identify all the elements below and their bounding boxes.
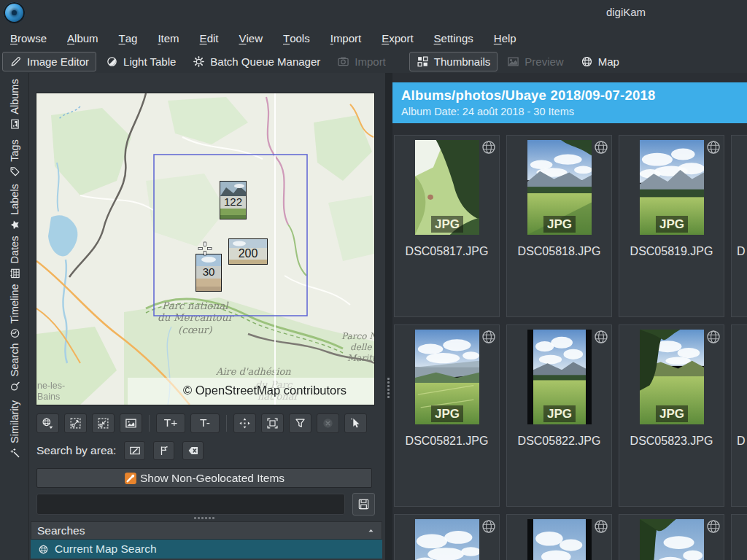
format-badge: JPG: [543, 405, 576, 422]
globe-icon: [38, 544, 49, 555]
photo-thumbnail[interactable]: [640, 519, 704, 560]
thumbnail-cell-dsc05817.jpg[interactable]: JPGDSC05817.JPG: [394, 135, 500, 317]
map-marker-30[interactable]: 30: [196, 254, 222, 292]
star-icon: [9, 219, 20, 230]
select-region-button[interactable]: [153, 441, 174, 460]
thumbnail-cell-dsc05822.jpg[interactable]: JPGDSC05822.JPG: [506, 324, 612, 507]
photo-thumbnail[interactable]: [527, 519, 592, 560]
show-non-geolocated-button[interactable]: Show Non-Geolocated Items: [36, 468, 372, 488]
thumbnail-grid: JPGDSC05817.JPGJPGDSC05818.JPGJPGDSC0581…: [392, 123, 747, 560]
thumbnail-cell[interactable]: [394, 514, 500, 560]
save-icon: [357, 498, 370, 510]
sidebar-tab-search[interactable]: Search: [0, 341, 29, 394]
sidebar-tab-label: Search: [9, 343, 20, 377]
filter-button[interactable]: [289, 413, 311, 433]
thumbnail-cell-dsc05823.jpg[interactable]: JPGDSC05823.JPG: [619, 324, 724, 507]
similarity-icon: [9, 448, 20, 459]
zoom-out-region-button[interactable]: [64, 413, 87, 433]
filename-label: D: [732, 245, 747, 258]
toolbar-thumbnails-button[interactable]: Thumbnails: [409, 52, 498, 71]
searches-header[interactable]: Searches: [31, 521, 382, 540]
pan-mode-button[interactable]: [233, 413, 256, 433]
menu-browse[interactable]: Browse: [0, 26, 57, 50]
collapse-arrow-icon[interactable]: [366, 526, 376, 535]
menu-item[interactable]: Item: [147, 26, 189, 50]
vertical-splitter[interactable]: [385, 73, 392, 560]
zoom-in-region-button[interactable]: [92, 413, 115, 433]
thumbnail-cell-d[interactable]: D: [731, 324, 747, 507]
menu-album[interactable]: Album: [57, 26, 109, 50]
thumbnail-cell[interactable]: [731, 514, 747, 560]
save-search-button[interactable]: [352, 493, 375, 516]
album-date-count: Album Date: 24 août 2018 - 30 Items: [401, 106, 747, 117]
toolbar-button-label: Preview: [525, 55, 563, 68]
geotag-globe-icon: [481, 140, 496, 155]
toolbar-batch-queue-manager-button[interactable]: Batch Queue Manager: [185, 52, 328, 71]
photo-thumbnail[interactable]: JPG: [527, 330, 592, 424]
photo-thumbnail[interactable]: JPG: [640, 330, 704, 424]
toolbar-import-button[interactable]: Import: [330, 52, 407, 71]
thumbnail-cell-dsc05818.jpg[interactable]: JPGDSC05818.JPG: [506, 135, 612, 317]
toolbar-button-label: Map: [598, 55, 619, 68]
thumbnail-cell-dsc05819.jpg[interactable]: JPGDSC05819.JPG: [619, 135, 724, 317]
map-marker-200[interactable]: 200: [228, 238, 268, 265]
zoom-selection-button[interactable]: [261, 413, 284, 433]
toolbar-image-editor-button[interactable]: Image Editor: [2, 52, 96, 71]
sidebar-tab-labels[interactable]: Labels: [0, 181, 29, 233]
menu-import[interactable]: Import: [320, 26, 372, 50]
thumbnail-cell-dsc05821.jpg[interactable]: JPGDSC05821.JPG: [394, 324, 500, 507]
thumbnail-cell[interactable]: [619, 514, 724, 560]
title-bar: digiKam: [0, 0, 747, 26]
search-item-current-map-search[interactable]: Current Map Search: [31, 540, 382, 559]
geotag-globe-icon: [594, 140, 608, 155]
photo-thumbnail[interactable]: JPG: [415, 140, 479, 235]
menu-export[interactable]: Export: [371, 26, 423, 50]
thumbnails-bigger-button[interactable]: T+: [156, 413, 185, 433]
photo-thumbnail[interactable]: JPG: [527, 140, 592, 235]
photo-thumbnail[interactable]: JPG: [640, 140, 704, 235]
menu-help[interactable]: Help: [484, 26, 527, 50]
openstreetmap-canvas[interactable]: Parc national du Mercantour (cœur) Aire …: [36, 93, 374, 405]
map-backend-button[interactable]: [36, 413, 59, 433]
toolbar-light-table-button[interactable]: Light Table: [98, 52, 183, 71]
geotag-globe-icon: [481, 519, 496, 534]
svg-text:(cœur): (cœur): [178, 324, 212, 335]
search-name-input[interactable]: [36, 494, 345, 515]
sidebar-tab-tags[interactable]: Tags: [0, 136, 29, 181]
menu-edit[interactable]: Edit: [190, 26, 229, 50]
toolbar-preview-button[interactable]: Preview: [500, 52, 570, 71]
map-marker-122[interactable]: 122: [220, 181, 247, 219]
menu-tag[interactable]: Tag: [109, 26, 148, 50]
select-mode-button[interactable]: [344, 413, 367, 433]
sidebar-tab-timeline[interactable]: Timeline: [0, 281, 29, 341]
map-view[interactable]: Parc national du Mercantour (cœur) Aire …: [36, 93, 374, 405]
remove-filter-button[interactable]: [317, 413, 339, 433]
thumbnail-cell-d[interactable]: D: [731, 135, 747, 317]
sidebar-tab-albums[interactable]: Albums: [0, 73, 29, 136]
panel-splitter-handle[interactable]: [194, 517, 226, 519]
svg-text:Maritt: Maritt: [347, 353, 374, 363]
thumbnail-cell[interactable]: [506, 514, 612, 560]
window-title: digiKam: [575, 6, 677, 18]
toolbar-button-label: Thumbnails: [434, 55, 491, 68]
filename-label: DSC05823.JPG: [619, 435, 724, 448]
svg-text:122: 122: [224, 195, 242, 208]
map-attribution: © OpenStreetMap contributors: [183, 384, 347, 397]
photo-thumbnail[interactable]: [415, 519, 479, 560]
clock-icon: [9, 328, 20, 339]
sidebar-tab-similarity[interactable]: Similarity: [0, 394, 29, 465]
menu-settings[interactable]: Settings: [424, 26, 484, 50]
menu-view[interactable]: View: [228, 26, 273, 50]
clear-selection-button[interactable]: [182, 441, 204, 460]
menu-tools[interactable]: Tools: [273, 26, 320, 50]
toolbar-map-button[interactable]: Map: [573, 52, 627, 71]
toolbar-button-label: Batch Queue Manager: [210, 55, 320, 68]
sidebar-tab-dates[interactable]: Dates: [0, 233, 29, 281]
select-rectangle-button[interactable]: [124, 441, 145, 460]
toolbar-button-label: Light Table: [123, 55, 176, 68]
filename-label: D: [732, 435, 747, 448]
album-icon-view: Albums/photos/Ubaye 2018/09-07-2018 Albu…: [392, 73, 747, 560]
photo-thumbnail[interactable]: JPG: [415, 330, 479, 424]
show-thumbnails-button[interactable]: [120, 413, 142, 433]
thumbnails-smaller-button[interactable]: T-: [190, 413, 220, 433]
